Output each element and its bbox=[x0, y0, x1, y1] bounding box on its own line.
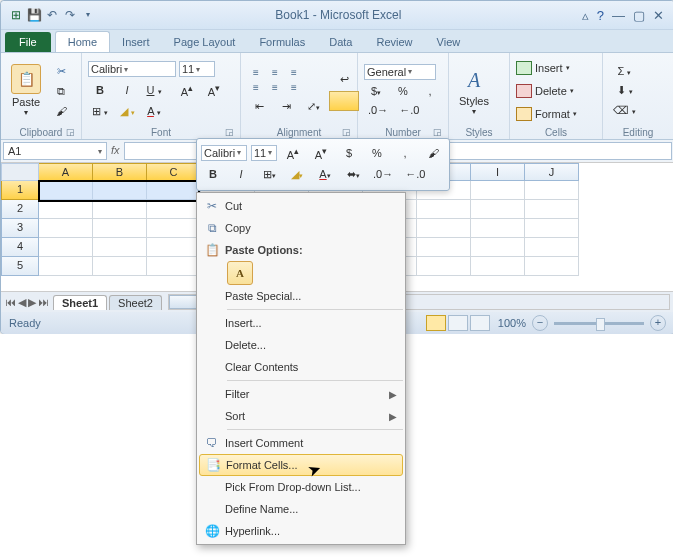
bold-button[interactable]: B bbox=[88, 82, 112, 98]
alignment-launcher-icon[interactable]: ◲ bbox=[342, 127, 351, 137]
ctx-insert[interactable]: Insert... bbox=[199, 312, 403, 334]
minimize-icon[interactable]: ― bbox=[612, 8, 625, 23]
delete-cells-button[interactable]: Delete ▾ bbox=[516, 82, 577, 100]
borders-button[interactable]: ⊞ ▾ bbox=[88, 103, 112, 120]
ctx-cut[interactable]: ✂Cut bbox=[199, 195, 403, 217]
underline-button[interactable]: U ▾ bbox=[142, 82, 166, 98]
zoom-slider[interactable] bbox=[554, 322, 644, 325]
mini-format-painter-icon[interactable]: 🖌 bbox=[421, 145, 445, 161]
redo-icon[interactable]: ↷ bbox=[63, 8, 77, 22]
zoom-level[interactable]: 100% bbox=[498, 317, 526, 329]
tab-data[interactable]: Data bbox=[317, 32, 364, 52]
align-left-button[interactable]: ≡ bbox=[247, 81, 265, 95]
row-header[interactable]: 3 bbox=[1, 219, 39, 238]
mini-fill-color-button[interactable]: ◢▾ bbox=[285, 166, 309, 183]
sheet-nav-next-icon[interactable]: ▶ bbox=[28, 296, 36, 309]
tab-formulas[interactable]: Formulas bbox=[247, 32, 317, 52]
mini-merge-button[interactable]: ⬌▾ bbox=[341, 166, 365, 183]
font-launcher-icon[interactable]: ◲ bbox=[225, 127, 234, 137]
fill-color-button[interactable]: ◢ ▾ bbox=[115, 103, 139, 120]
percent-button[interactable]: % bbox=[391, 83, 415, 99]
mini-increase-decimal-button[interactable]: .0→ bbox=[369, 166, 397, 182]
tab-page-layout[interactable]: Page Layout bbox=[162, 32, 248, 52]
wrap-text-button[interactable]: ↩ bbox=[329, 71, 359, 88]
zoom-in-button[interactable]: + bbox=[650, 315, 666, 331]
decrease-decimal-button[interactable]: ←.0 bbox=[395, 102, 423, 118]
increase-indent-button[interactable]: ⇥ bbox=[274, 98, 298, 115]
align-middle-button[interactable]: ≡ bbox=[266, 66, 284, 80]
select-all-corner[interactable] bbox=[1, 163, 39, 181]
sheet-nav-first-icon[interactable]: ⏮ bbox=[5, 296, 16, 309]
row-header[interactable]: 1 bbox=[1, 181, 39, 200]
tab-home[interactable]: Home bbox=[55, 31, 110, 52]
col-header[interactable]: I bbox=[471, 163, 525, 181]
align-center-button[interactable]: ≡ bbox=[266, 81, 284, 95]
col-header[interactable]: B bbox=[93, 163, 147, 181]
font-size-combo[interactable]: 11▾ bbox=[179, 61, 215, 77]
ctx-copy[interactable]: ⧉Copy bbox=[199, 217, 403, 239]
orientation-button[interactable]: ⤢▾ bbox=[301, 98, 325, 115]
mini-font-combo[interactable]: Calibri▾ bbox=[201, 145, 247, 161]
align-right-button[interactable]: ≡ bbox=[285, 81, 303, 95]
paste-button[interactable]: 📋 Paste ▾ bbox=[7, 55, 45, 126]
sheet-tab[interactable]: Sheet2 bbox=[109, 295, 162, 310]
align-bottom-button[interactable]: ≡ bbox=[285, 66, 303, 80]
mini-font-color-button[interactable]: A▾ bbox=[313, 166, 337, 182]
accounting-button[interactable]: $▾ bbox=[364, 83, 388, 99]
increase-decimal-button[interactable]: .0→ bbox=[364, 102, 392, 118]
view-normal-button[interactable] bbox=[426, 315, 446, 331]
ctx-paste-special[interactable]: Paste Special... bbox=[199, 285, 403, 307]
col-header[interactable]: J bbox=[525, 163, 579, 181]
row-header[interactable]: 4 bbox=[1, 238, 39, 257]
tab-file[interactable]: File bbox=[5, 32, 51, 52]
mini-percent-button[interactable]: % bbox=[365, 145, 389, 161]
view-page-layout-button[interactable] bbox=[448, 315, 468, 331]
decrease-indent-button[interactable]: ⇤ bbox=[247, 98, 271, 115]
autosum-button[interactable]: Σ ▾ bbox=[609, 63, 640, 79]
number-launcher-icon[interactable]: ◲ bbox=[433, 127, 442, 137]
fill-button[interactable]: ⬇ ▾ bbox=[609, 82, 640, 99]
number-format-combo[interactable]: General▾ bbox=[364, 64, 436, 80]
tab-review[interactable]: Review bbox=[364, 32, 424, 52]
shrink-font-button[interactable]: A▾ bbox=[202, 80, 226, 100]
mini-bold-button[interactable]: B bbox=[201, 166, 225, 182]
copy-icon[interactable]: ⧉ bbox=[49, 83, 73, 100]
comma-button[interactable]: , bbox=[418, 83, 442, 99]
qat-customize-icon[interactable]: ▾ bbox=[81, 8, 95, 22]
sheet-nav-prev-icon[interactable]: ◀ bbox=[18, 296, 26, 309]
ctx-paste-option-keep-formatting[interactable]: A bbox=[227, 261, 253, 285]
maximize-icon[interactable]: ▢ bbox=[633, 8, 645, 23]
clipboard-launcher-icon[interactable]: ◲ bbox=[66, 127, 75, 137]
clear-button[interactable]: ⌫ ▾ bbox=[609, 102, 640, 119]
fx-icon[interactable]: fx bbox=[111, 144, 120, 158]
mini-decrease-decimal-button[interactable]: ←.0 bbox=[401, 166, 429, 182]
help-icon[interactable]: ? bbox=[597, 8, 604, 23]
row-header[interactable]: 5 bbox=[1, 257, 39, 276]
merge-center-button[interactable] bbox=[329, 91, 359, 111]
close-icon[interactable]: ✕ bbox=[653, 8, 664, 23]
mini-italic-button[interactable]: I bbox=[229, 166, 253, 182]
format-cells-button[interactable]: Format ▾ bbox=[516, 105, 577, 123]
col-header[interactable]: C bbox=[147, 163, 201, 181]
col-header[interactable]: A bbox=[39, 163, 93, 181]
align-top-button[interactable]: ≡ bbox=[247, 66, 265, 80]
mini-size-combo[interactable]: 11▾ bbox=[251, 145, 277, 161]
font-color-button[interactable]: A ▾ bbox=[142, 103, 166, 119]
cut-icon[interactable]: ✂ bbox=[49, 63, 73, 80]
tab-insert[interactable]: Insert bbox=[110, 32, 162, 52]
font-name-combo[interactable]: Calibri▾ bbox=[88, 61, 176, 77]
insert-cells-button[interactable]: Insert ▾ bbox=[516, 59, 577, 77]
styles-button[interactable]: A Styles▾ bbox=[455, 55, 493, 126]
tab-view[interactable]: View bbox=[425, 32, 473, 52]
mini-comma-button[interactable]: , bbox=[393, 145, 417, 161]
mini-borders-button[interactable]: ⊞▾ bbox=[257, 166, 281, 183]
zoom-out-button[interactable]: − bbox=[532, 315, 548, 331]
minimize-ribbon-icon[interactable]: ▵ bbox=[582, 8, 589, 23]
mini-grow-font-button[interactable]: A▴ bbox=[281, 143, 305, 163]
mini-shrink-font-button[interactable]: A▾ bbox=[309, 143, 333, 163]
view-page-break-button[interactable] bbox=[470, 315, 490, 331]
grow-font-button[interactable]: A▴ bbox=[175, 80, 199, 100]
italic-button[interactable]: I bbox=[115, 82, 139, 98]
name-box[interactable]: A1▾ bbox=[3, 142, 107, 160]
row-header[interactable]: 2 bbox=[1, 200, 39, 219]
